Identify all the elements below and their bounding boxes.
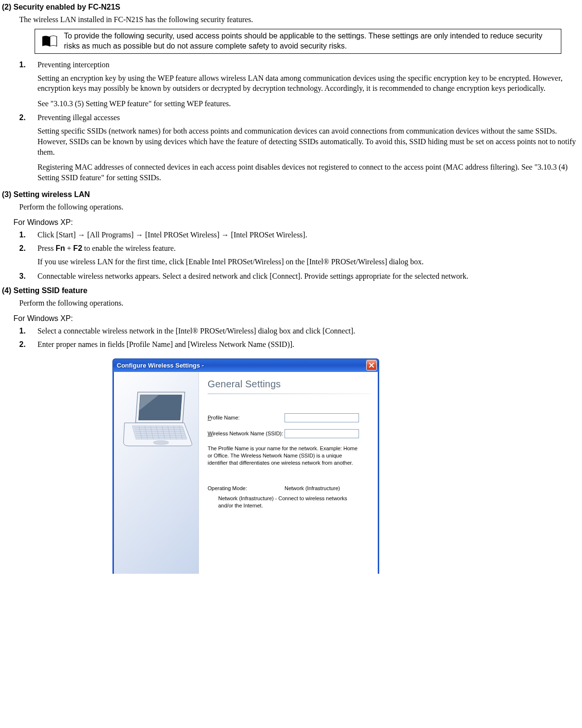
item-text: Enter proper names in fields [Profile Na… (37, 340, 577, 349)
item-text: Connectable wireless networks appears. S… (37, 272, 577, 281)
divider (208, 394, 370, 394)
item-text: Click [Start] → [All Programs] → [Intel … (37, 231, 577, 239)
item-paragraph: See "3.10.3 (5) Setting WEP feature" for… (37, 99, 577, 109)
item-number: 1. (19, 231, 25, 239)
section-2-intro: The wireless LAN installed in FC-N21S ha… (19, 15, 577, 24)
list-item: 1.Preventing interceptionSetting an encr… (19, 61, 577, 109)
profile-name-label: Profile Name: (208, 415, 285, 420)
list-item: 2.Preventing illegal accessesSetting spe… (19, 113, 577, 183)
dialog-description: The Profile Name is your name for the ne… (208, 445, 361, 467)
note-box: To provide the following security, used … (35, 29, 561, 54)
section-3-heading: (3) Setting wireless LAN (2, 190, 577, 199)
titlebar[interactable]: Configure Wireless Settings - (112, 358, 379, 372)
section-2-list: 1.Preventing interceptionSetting an encr… (19, 61, 577, 183)
titlebar-title: Configure Wireless Settings - (117, 362, 204, 369)
section-2-heading: (2) Security enabled by FC-N21S (2, 3, 577, 12)
section-4-list: 1.Select a connectable wireless network … (19, 327, 577, 349)
dialog-right-panel: General Settings Profile Name: Wireless … (199, 372, 378, 574)
note-text: To provide the following security, used … (64, 29, 561, 53)
operating-mode-desc: Network (Infrastructure) - Connect to wi… (218, 495, 358, 509)
operating-mode-label: Operating Mode: (208, 485, 285, 491)
item-paragraph: If you use wireless LAN for the first ti… (37, 257, 577, 267)
list-item: 1.Click [Start] → [All Programs] → [Inte… (19, 231, 577, 239)
dialog-heading: General Settings (208, 379, 370, 390)
item-number: 2. (19, 244, 25, 253)
list-item: 2.Enter proper names in fields [Profile … (19, 340, 577, 349)
section-3-list: 1.Click [Start] → [All Programs] → [Inte… (19, 231, 577, 281)
item-number: 2. (19, 340, 25, 349)
ssid-input[interactable] (285, 429, 359, 438)
book-icon (35, 29, 64, 53)
list-item: 2.Press Fn + F2 to enable the wireless f… (19, 244, 577, 267)
list-item: 3.Connectable wireless networks appears.… (19, 272, 577, 281)
item-paragraph: Registering MAC addresses of connected d… (37, 162, 577, 183)
dialog-left-panel (114, 372, 199, 574)
svg-point-14 (153, 441, 169, 444)
wireless-settings-dialog: Configure Wireless Settings - (112, 358, 379, 574)
item-title: Preventing interception (37, 61, 577, 69)
section-4-intro: Perform the following operations. (19, 299, 577, 308)
close-button[interactable] (366, 360, 377, 370)
section-3-os-label: For Windows XP: (13, 218, 577, 227)
item-title: Preventing illegal accesses (37, 113, 577, 122)
item-number: 2. (19, 113, 25, 122)
laptop-icon (121, 389, 193, 447)
item-paragraph: Setting specific SSIDs (network names) f… (37, 126, 577, 157)
item-number: 3. (19, 272, 25, 281)
close-icon (369, 363, 374, 368)
operating-mode-value: Network (Infrastructure) (285, 485, 340, 491)
ssid-label: Wireless Network Name (SSID): (208, 431, 285, 436)
item-number: 1. (19, 327, 25, 335)
list-item: 1.Select a connectable wireless network … (19, 327, 577, 335)
item-text: Press Fn + F2 to enable the wireless fea… (37, 244, 577, 253)
item-paragraph: Setting an encryption key by using the W… (37, 73, 577, 94)
section-3-intro: Perform the following operations. (19, 203, 577, 211)
section-4-os-label: For Windows XP: (13, 314, 577, 323)
item-number: 1. (19, 61, 25, 69)
section-4-heading: (4) Setting SSID feature (2, 286, 577, 295)
item-text: Select a connectable wireless network in… (37, 327, 577, 335)
profile-name-input[interactable] (285, 413, 359, 422)
